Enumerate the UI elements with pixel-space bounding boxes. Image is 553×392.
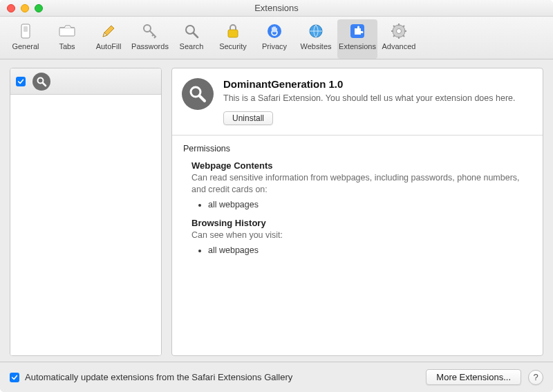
tab-passwords[interactable]: Passwords (130, 19, 170, 59)
permission-browsing-history: Browsing History Can see when you visit:… (191, 218, 532, 255)
tab-general[interactable]: General (6, 19, 46, 59)
tab-tabs[interactable]: Tabs (47, 19, 87, 59)
extension-list-item[interactable] (10, 68, 161, 95)
tab-label: Advanced (382, 42, 416, 50)
tab-security[interactable]: Security (213, 19, 253, 59)
tab-advanced[interactable]: Advanced (379, 19, 419, 59)
extension-detail-pane: DominantGeneration 1.0 This is a Safari … (171, 68, 543, 356)
tab-label: General (12, 42, 39, 50)
extensions-list-body (10, 95, 161, 355)
tab-extensions[interactable]: Extensions (337, 19, 377, 59)
permission-list: all webpages (208, 200, 532, 209)
pencil-icon (99, 21, 118, 41)
switch-icon (16, 21, 35, 41)
tab-label: Tabs (59, 42, 75, 50)
extension-title: DominantGeneration 1.0 (223, 78, 515, 90)
globe-icon (306, 21, 326, 41)
svg-point-10 (397, 29, 402, 34)
titlebar: Extensions (0, 0, 553, 17)
tab-label: Search (180, 42, 204, 50)
permission-title: Browsing History (191, 218, 532, 228)
tab-label: AutoFill (96, 42, 122, 50)
uninstall-button[interactable]: Uninstall (223, 111, 273, 125)
permissions-heading: Permissions (183, 144, 532, 153)
tab-label: Extensions (339, 42, 376, 50)
enable-extension-checkbox[interactable] (16, 77, 26, 86)
gear-icon (389, 21, 409, 41)
extensions-list (10, 68, 162, 356)
permission-webpage-contents: Webpage Contents Can read sensitive info… (191, 160, 532, 209)
lock-icon (223, 21, 243, 41)
key-icon (140, 21, 160, 41)
detail-header-text: DominantGeneration 1.0 This is a Safari … (223, 78, 515, 125)
auto-update-label: Automatically update extensions from the… (25, 372, 292, 382)
permissions-section: Permissions Webpage Contents Can read se… (172, 136, 543, 270)
permission-title: Webpage Contents (191, 160, 532, 171)
tab-label: Privacy (262, 42, 287, 50)
search-icon (182, 21, 201, 41)
svg-rect-2 (59, 28, 75, 36)
svg-point-6 (268, 24, 281, 38)
preferences-toolbar: General Tabs AutoFill Passwords Search (0, 17, 553, 59)
tab-label: Passwords (131, 42, 169, 50)
footer-right: More Extensions... ? (426, 369, 543, 385)
window-title: Extensions (0, 3, 553, 13)
tab-privacy[interactable]: Privacy (254, 19, 294, 59)
help-button[interactable]: ? (528, 370, 543, 385)
footer: Automatically update extensions from the… (0, 362, 553, 392)
content-area: DominantGeneration 1.0 This is a Safari … (0, 59, 553, 362)
footer-left: Automatically update extensions from the… (10, 372, 292, 382)
svg-rect-5 (228, 30, 238, 37)
permission-list-item: all webpages (208, 245, 532, 255)
svg-rect-1 (24, 26, 28, 32)
permission-description: Can see when you visit: (191, 230, 532, 241)
puzzle-icon (348, 21, 367, 41)
more-extensions-button[interactable]: More Extensions... (426, 369, 521, 385)
hand-icon (265, 21, 284, 41)
tab-search[interactable]: Search (171, 19, 212, 59)
magnifier-icon (182, 78, 214, 110)
permission-list: all webpages (208, 245, 532, 255)
tab-label: Security (219, 42, 247, 50)
preferences-window: Extensions General Tabs AutoFill Passw (0, 0, 553, 392)
extension-description: This is a Safari Extension. You should t… (223, 93, 515, 104)
permission-list-item: all webpages (208, 200, 532, 209)
tab-label: Websites (300, 42, 331, 50)
auto-update-checkbox[interactable] (10, 373, 19, 382)
tab-websites[interactable]: Websites (296, 19, 336, 59)
magnifier-icon (32, 73, 50, 91)
permission-description: Can read sensitive information from webp… (191, 172, 532, 196)
tabs-icon (57, 21, 77, 41)
detail-header: DominantGeneration 1.0 This is a Safari … (172, 68, 543, 136)
tab-autofill[interactable]: AutoFill (88, 19, 129, 59)
